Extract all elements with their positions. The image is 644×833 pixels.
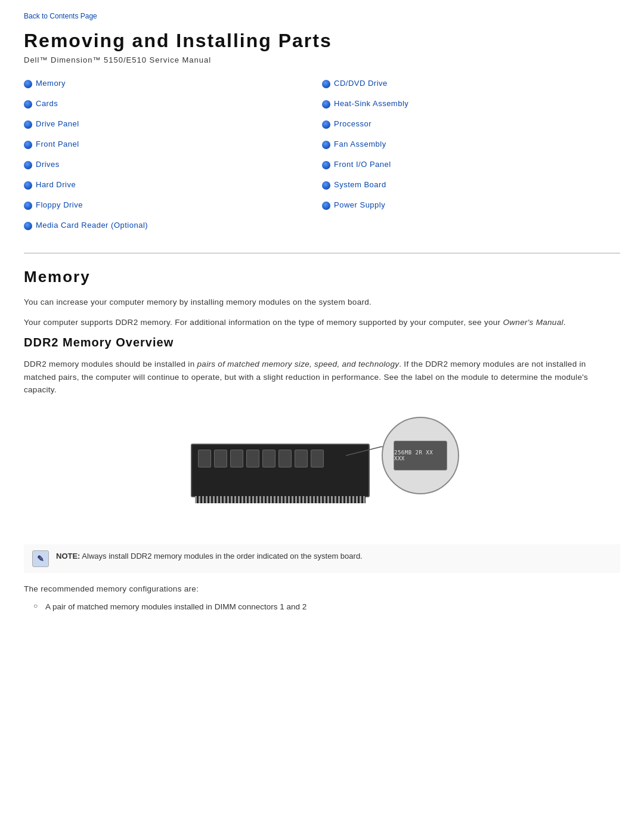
nav-link[interactable]: System Board <box>334 180 386 189</box>
nav-bullet <box>24 100 32 109</box>
memory-diagram: 256MB 2R XX XXX <box>179 411 465 530</box>
ddr2-section-title: DDR2 Memory Overview <box>24 336 620 349</box>
nav-left-item: Drive Panel <box>24 119 322 129</box>
chip-1 <box>198 450 211 467</box>
nav-left-item: Memory <box>24 79 322 88</box>
nav-right-item: Processor <box>322 119 620 129</box>
nav-bullet <box>322 120 330 129</box>
nav-right-item: Front I/O Panel <box>322 160 620 169</box>
nav-link[interactable]: Front Panel <box>36 140 79 148</box>
module-body <box>191 444 370 497</box>
note-label: NOTE: <box>56 552 80 561</box>
nav-right-item: Fan Assembly <box>322 140 620 149</box>
nav-right-item: System Board <box>322 180 620 190</box>
page-subtitle: Dell™ Dimension™ 5150/E510 Service Manua… <box>24 55 620 64</box>
nav-bullet <box>322 100 330 109</box>
nav-link[interactable]: CD/DVD Drive <box>334 79 388 88</box>
nav-right-item: CD/DVD Drive <box>322 79 620 88</box>
nav-left-item: Hard Drive <box>24 180 322 190</box>
nav-right-col: CD/DVD DriveHeat-Sink AssemblyProcessorF… <box>322 79 620 241</box>
rec-list: A pair of matched memory modules install… <box>24 600 620 614</box>
chip-8 <box>311 450 324 467</box>
nav-right-item: Heat-Sink Assembly <box>322 99 620 109</box>
nav-bullet <box>24 141 32 149</box>
note-body: Always install DDR2 memory modules in th… <box>82 552 362 561</box>
nav-bullet <box>322 202 330 210</box>
nav-link[interactable]: Hard Drive <box>36 180 76 189</box>
nav-bullet <box>322 181 330 190</box>
nav-left-item: Cards <box>24 99 322 109</box>
page-title: Removing and Installing Parts <box>24 30 620 52</box>
back-to-contents-link[interactable]: Back to Contents Page <box>24 12 620 20</box>
nav-left-item: Media Card Reader (Optional) <box>24 221 322 230</box>
note-text: NOTE: Always install DDR2 memory modules… <box>56 550 363 562</box>
memory-para2: Your computer supports DDR2 memory. For … <box>24 316 620 329</box>
module-pins <box>195 496 366 503</box>
nav-link[interactable]: Front I/O Panel <box>334 160 391 169</box>
nav-bullet <box>322 161 330 169</box>
nav-bullet <box>24 181 32 190</box>
nav-left-item: Front Panel <box>24 140 322 149</box>
chip-6 <box>278 450 292 467</box>
nav-link[interactable]: Media Card Reader (Optional) <box>36 221 148 230</box>
note-icon: ✎ <box>32 550 49 567</box>
nav-table: MemoryCardsDrive PanelFront PanelDrivesH… <box>24 79 620 241</box>
zoom-circle: 256MB 2R XX XXX <box>382 417 459 494</box>
nav-link[interactable]: Drive Panel <box>36 119 79 128</box>
nav-link[interactable]: Processor <box>334 119 371 128</box>
note-box: ✎ NOTE: Always install DDR2 memory modul… <box>24 544 620 573</box>
chip-5 <box>262 450 275 467</box>
nav-link[interactable]: Cards <box>36 99 58 108</box>
nav-link[interactable]: Memory <box>36 79 66 88</box>
rec-intro: The recommended memory configurations ar… <box>24 583 620 596</box>
chip-3 <box>230 450 243 467</box>
ddr2-para1: DDR2 memory modules should be installed … <box>24 358 620 397</box>
nav-link[interactable]: Drives <box>36 160 60 169</box>
nav-bullet <box>24 222 32 230</box>
nav-left-col: MemoryCardsDrive PanelFront PanelDrivesH… <box>24 79 322 241</box>
chip-4 <box>246 450 259 467</box>
chip-7 <box>295 450 308 467</box>
memory-para1: You can increase your computer memory by… <box>24 296 620 309</box>
nav-bullet <box>322 141 330 149</box>
chip-2 <box>214 450 227 467</box>
memory-section-title: Memory <box>24 268 620 286</box>
chips-row-top <box>192 445 369 467</box>
nav-bullet <box>322 80 330 88</box>
nav-bullet <box>24 80 32 88</box>
nav-bullet <box>24 120 32 129</box>
nav-bullet <box>24 161 32 169</box>
nav-link[interactable]: Heat-Sink Assembly <box>334 99 408 108</box>
nav-link[interactable]: Power Supply <box>334 200 385 209</box>
nav-bullet <box>24 202 32 210</box>
nav-link[interactable]: Floppy Drive <box>36 200 83 209</box>
chip-label-text: 256MB 2R XX XXX <box>394 450 447 462</box>
nav-left-item: Drives <box>24 160 322 169</box>
nav-left-item: Floppy Drive <box>24 200 322 210</box>
recommendations-section: The recommended memory configurations ar… <box>24 583 620 613</box>
zoom-chip: 256MB 2R XX XXX <box>394 441 447 470</box>
memory-diagram-container: 256MB 2R XX XXX <box>24 411 620 530</box>
nav-right-item: Power Supply <box>322 200 620 210</box>
nav-link[interactable]: Fan Assembly <box>334 140 386 148</box>
rec-list-item: A pair of matched memory modules install… <box>36 600 620 614</box>
section-divider <box>24 253 620 253</box>
